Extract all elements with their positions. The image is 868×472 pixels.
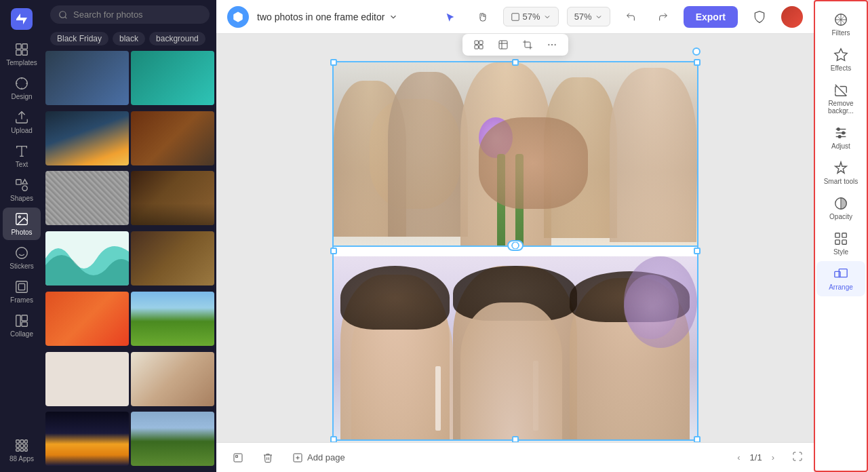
prev-page-btn[interactable]: ‹	[733, 450, 744, 465]
sidebar-item-collage[interactable]: Collage	[3, 309, 41, 342]
svg-point-50	[838, 136, 841, 138]
tag-black-friday[interactable]: Black Friday	[50, 32, 108, 45]
svg-rect-55	[842, 240, 846, 244]
svg-rect-38	[234, 454, 242, 462]
undo-btn[interactable]	[618, 7, 643, 26]
tag-row: Black Friday black background	[43, 29, 216, 51]
sidebar-item-stickers[interactable]: Stickers	[3, 241, 41, 274]
cursor-icon	[445, 12, 456, 22]
tag-background[interactable]: background	[149, 32, 205, 45]
sidebar-item-templates[interactable]: Templates	[3, 38, 41, 71]
project-name[interactable]: two photos in one frame editor	[257, 12, 398, 22]
photo-frame-bottom[interactable]	[334, 256, 697, 439]
right-panel-opacity[interactable]: Opacity	[816, 191, 865, 226]
svg-marker-44	[835, 49, 847, 60]
photo-thumb-7[interactable]	[45, 231, 129, 286]
right-panel-adjust[interactable]: Adjust	[816, 120, 865, 155]
grid-frame-btn[interactable]	[492, 37, 514, 53]
right-panel-arrange[interactable]: Arrange	[816, 261, 865, 296]
svg-line-29	[65, 16, 67, 18]
sidebar-item-shapes[interactable]: Shapes	[3, 174, 41, 206]
fit-frame-btn[interactable]	[468, 37, 490, 53]
photo-thumb-2[interactable]	[131, 51, 214, 105]
tag-black[interactable]: black	[113, 32, 145, 45]
handle-bottom-mid[interactable]	[512, 436, 519, 442]
photo-thumb-10[interactable]	[131, 292, 214, 346]
svg-rect-31	[475, 41, 478, 44]
remove-bg-label: Remove backgr...	[819, 100, 863, 115]
sidebar-label-shapes: Shapes	[10, 195, 33, 202]
handle-top-right[interactable]	[694, 59, 701, 66]
handle-mid-left[interactable]	[330, 248, 337, 254]
handle-bottom-left[interactable]	[330, 436, 337, 442]
undo-icon	[625, 12, 636, 22]
arrange-icon	[833, 267, 848, 281]
user-avatar[interactable]	[781, 6, 803, 28]
sidebar-item-apps[interactable]: 88 Apps	[3, 434, 41, 467]
right-panel-remove-bg[interactable]: Remove backgr...	[816, 77, 865, 120]
export-btn[interactable]: Export	[684, 6, 738, 28]
handle-top-left[interactable]	[330, 59, 337, 66]
project-icon	[227, 6, 249, 28]
sidebar-item-photos[interactable]: Photos	[3, 208, 41, 240]
svg-rect-7	[16, 180, 21, 184]
svg-rect-32	[479, 41, 482, 44]
chevron-down-icon	[389, 12, 398, 22]
photo-thumb-5[interactable]	[45, 171, 129, 225]
sidebar-item-design[interactable]: Design	[3, 72, 41, 104]
thumbnail-icon	[233, 452, 243, 463]
sidebar-item-upload[interactable]: Upload	[3, 106, 41, 138]
search-bar[interactable]	[50, 5, 210, 24]
page-nav: ‹ 1/1 ›	[733, 450, 778, 465]
hand-tool-btn[interactable]	[471, 7, 495, 26]
crop-frame-btn[interactable]	[517, 37, 538, 53]
rotate-handle[interactable]	[692, 47, 701, 56]
right-panel-style[interactable]: Style	[816, 226, 865, 261]
smart-tools-label: Smart tools	[824, 178, 859, 185]
photo-thumb-1[interactable]	[45, 51, 129, 105]
sidebar-label-text: Text	[16, 161, 28, 168]
svg-point-8	[22, 186, 27, 191]
app-logo[interactable]	[8, 5, 35, 33]
photo-frame-top[interactable]	[334, 62, 697, 245]
photo-thumb-11[interactable]	[45, 352, 129, 406]
opacity-label: Opacity	[829, 213, 852, 220]
canvas-wrapper	[332, 61, 698, 441]
frame-size-btn[interactable]: 57%	[503, 7, 559, 26]
shield-btn[interactable]	[746, 6, 773, 28]
more-frame-btn[interactable]	[541, 37, 563, 53]
photo-thumb-12[interactable]	[131, 352, 214, 406]
redo-btn[interactable]	[651, 7, 675, 26]
add-page-btn[interactable]: Add page	[287, 450, 351, 466]
svg-rect-15	[18, 283, 24, 290]
photo-thumb-8[interactable]	[131, 231, 214, 286]
right-panel-smart-tools[interactable]: Smart tools	[816, 155, 865, 191]
photo-thumb-13[interactable]	[45, 412, 129, 466]
handle-mid-right[interactable]	[694, 248, 701, 254]
zoom-btn[interactable]: 57%	[567, 7, 610, 26]
svg-point-36	[555, 44, 555, 45]
handle-bottom-right[interactable]	[694, 436, 701, 442]
opacity-icon	[833, 196, 848, 211]
sidebar-item-frames[interactable]: Frames	[3, 275, 41, 308]
canvas-frame[interactable]	[332, 61, 698, 441]
smart-tools-icon	[833, 161, 848, 176]
sidebar-item-text[interactable]: Text	[3, 140, 41, 172]
photo-thumb-6[interactable]	[131, 171, 214, 225]
photo-thumb-4[interactable]	[131, 111, 214, 165]
search-input[interactable]	[73, 9, 201, 20]
next-page-btn[interactable]: ›	[768, 450, 778, 465]
sidebar-label-photos: Photos	[11, 229, 32, 236]
svg-rect-21	[25, 440, 28, 444]
handle-top-mid[interactable]	[512, 59, 519, 66]
photo-thumb-9[interactable]	[45, 292, 129, 346]
thumbnail-btn[interactable]	[227, 450, 249, 466]
right-panel-effects[interactable]: Effects	[816, 42, 865, 77]
cursor-tool-btn[interactable]	[438, 7, 462, 26]
fit-screen-btn[interactable]	[792, 451, 803, 465]
delete-btn[interactable]	[257, 450, 279, 466]
divider-handle[interactable]	[507, 240, 524, 251]
right-panel-filters[interactable]: Filters	[816, 7, 865, 42]
photo-thumb-14[interactable]	[131, 412, 214, 466]
photo-thumb-3[interactable]	[45, 111, 129, 165]
